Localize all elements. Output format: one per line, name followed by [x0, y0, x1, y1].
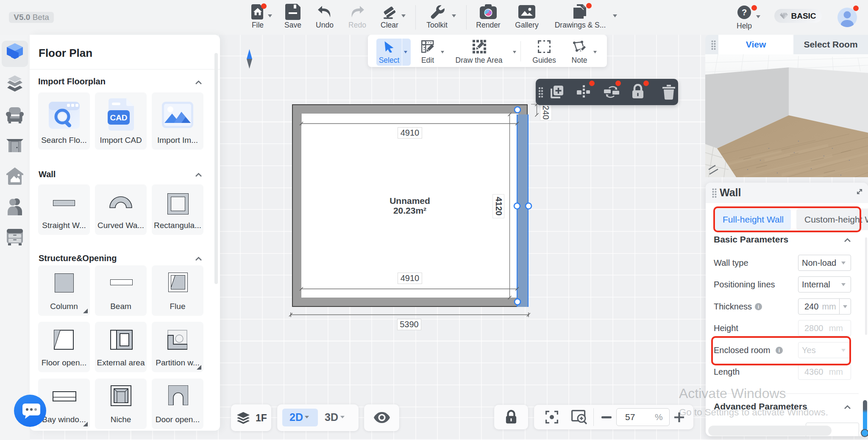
svg-text:?: ? — [742, 8, 747, 17]
svg-text:CAD: CAD — [110, 113, 127, 122]
